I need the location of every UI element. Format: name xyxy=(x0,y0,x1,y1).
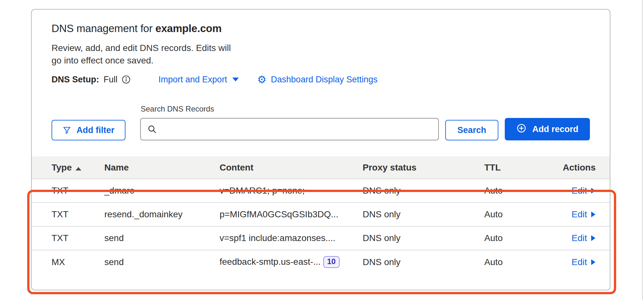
chevron-right-icon xyxy=(591,211,596,218)
sort-asc-icon xyxy=(76,167,81,171)
page-title-domain: example.com xyxy=(156,22,222,34)
column-header-name: Name xyxy=(104,156,220,179)
search-button[interactable]: Search xyxy=(445,120,498,140)
table-row: TXT send v=spf1 include:amazonses.... DN… xyxy=(32,226,610,250)
page-title: DNS management for example.com xyxy=(52,22,590,35)
cell-ttl: Auto xyxy=(484,203,544,226)
cell-content: v=spf1 include:amazonses.... xyxy=(220,226,363,250)
column-header-ttl: TTL xyxy=(484,156,544,179)
edit-record-link[interactable]: Edit xyxy=(572,257,596,267)
column-header-actions: Actions xyxy=(544,156,610,179)
table-row: TXT _dmarc v=DMARC1; p=none; DNS only Au… xyxy=(32,179,610,203)
dns-setup-value: Full xyxy=(104,75,118,85)
import-export-link[interactable]: Import and Export xyxy=(158,75,239,85)
cell-name: send xyxy=(104,250,220,274)
edit-record-link[interactable]: Edit xyxy=(572,233,596,243)
page-description-line: Review, add, and edit DNS records. Edits… xyxy=(52,42,590,54)
page-right-divider xyxy=(642,0,643,300)
info-circle-icon[interactable] xyxy=(121,75,131,84)
caret-down-icon xyxy=(232,78,239,81)
add-filter-label: Add filter xyxy=(76,125,115,135)
dns-management-card: DNS management for example.com Review, a… xyxy=(31,9,610,290)
add-record-label: Add record xyxy=(532,124,578,134)
cell-type: MX xyxy=(32,250,104,274)
chevron-right-icon xyxy=(591,259,596,265)
cell-proxy-status: DNS only xyxy=(363,250,484,274)
cell-ttl: Auto xyxy=(484,226,544,250)
cell-name: resend._domainkey xyxy=(104,203,220,226)
search-input[interactable] xyxy=(140,118,439,140)
table-row: MX send feedback-smtp.us-east-...10 DNS … xyxy=(32,250,610,274)
column-header-proxy-status: Proxy status xyxy=(363,156,484,179)
search-field xyxy=(140,118,439,140)
page-description-line: go into effect once saved. xyxy=(52,54,590,67)
edit-record-link[interactable]: Edit xyxy=(572,209,596,220)
import-export-label: Import and Export xyxy=(158,75,227,85)
add-record-button[interactable]: Add record xyxy=(505,118,590,140)
dns-records-table: Type Name Content Proxy status TTL Actio… xyxy=(32,156,610,274)
plus-circle-icon xyxy=(516,123,527,136)
search-box: Search DNS Records xyxy=(140,104,439,140)
search-field-label: Search DNS Records xyxy=(141,104,439,113)
page-title-prefix: DNS management for xyxy=(52,22,153,34)
card-content: DNS management for example.com Review, a… xyxy=(32,10,610,140)
add-filter-button[interactable]: Add filter xyxy=(52,120,125,140)
mx-priority-badge: 10 xyxy=(323,256,340,268)
cell-content: feedback-smtp.us-east-...10 xyxy=(220,250,363,274)
chevron-right-icon xyxy=(591,235,596,241)
page-description: Review, add, and edit DNS records. Edits… xyxy=(52,42,590,67)
funnel-icon xyxy=(62,126,71,135)
chevron-right-icon xyxy=(591,188,596,194)
cell-name: _dmarc xyxy=(104,179,220,203)
cell-proxy-status: DNS only xyxy=(363,226,484,250)
cell-type: TXT xyxy=(32,203,104,226)
gear-icon: ⚙ xyxy=(257,74,267,85)
search-icon xyxy=(147,124,157,135)
table-header-row: Type Name Content Proxy status TTL Actio… xyxy=(32,156,610,179)
edit-record-link[interactable]: Edit xyxy=(572,186,596,196)
dashboard-display-settings-link[interactable]: Dashboard Display Settings xyxy=(271,75,377,85)
dns-setup-label: DNS Setup: xyxy=(52,75,99,85)
cell-proxy-status: DNS only xyxy=(363,203,484,226)
cell-content: p=MIGfMA0GCSqGSIb3DQ... xyxy=(220,203,363,226)
table-row: TXT resend._domainkey p=MIGfMA0GCSqGSIb3… xyxy=(32,203,610,226)
cell-ttl: Auto xyxy=(484,250,544,274)
cell-type: TXT xyxy=(32,226,104,250)
cell-content: v=DMARC1; p=none; xyxy=(220,179,363,203)
toolbar: Add filter Search DNS Records Search Add… xyxy=(52,104,590,140)
cell-ttl: Auto xyxy=(484,179,544,203)
dns-setup-row: DNS Setup: Full Import and Export ⚙ Dash… xyxy=(52,74,590,85)
cell-proxy-status: DNS only xyxy=(363,179,484,203)
column-header-type[interactable]: Type xyxy=(32,156,104,179)
cell-name: send xyxy=(104,226,220,250)
cell-type: TXT xyxy=(32,179,104,203)
column-header-content: Content xyxy=(220,156,363,179)
